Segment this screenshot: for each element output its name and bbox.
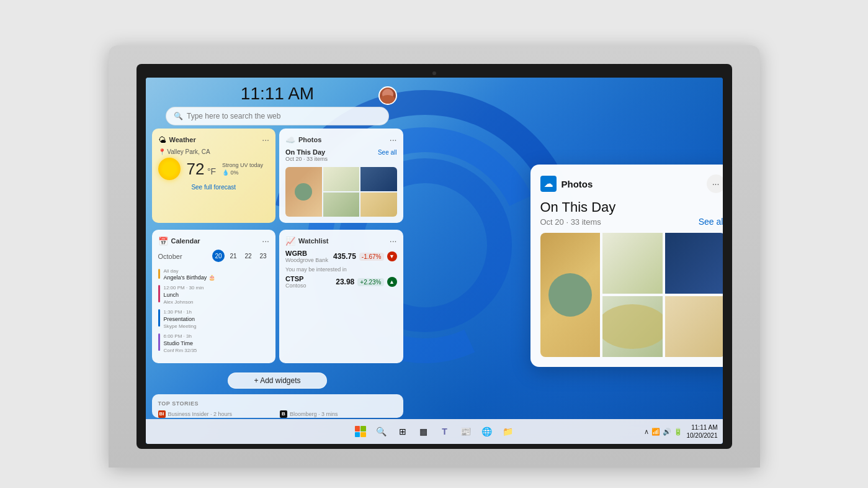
calendar-event-birthday: All day Angela's Birthday 🎂: [158, 268, 270, 282]
calendar-day-23: 23: [257, 250, 269, 262]
calendar-month: October: [158, 253, 182, 260]
see-full-forecast-link[interactable]: See full forecast: [158, 184, 270, 191]
news-source-1: Business Insider · 2 hours: [168, 411, 233, 417]
weather-location: 📍 Valley Park, CA: [158, 148, 270, 155]
news-source-logo-2: B: [280, 410, 287, 418]
floating-see-all-link[interactable]: See all: [699, 217, 723, 227]
calendar-event-presentation: 1:30 PM · 1h Presentation Skype Meeting: [158, 309, 270, 330]
weather-condition: Strong UV today: [222, 162, 263, 168]
search-placeholder: Type here to search the web: [187, 112, 280, 120]
calendar-day-22: 22: [242, 250, 254, 262]
widgets-row-1: 🌤 Weather ··· 📍 Valley Park, CA: [152, 129, 403, 223]
stock-price-ctsp: 23.98: [336, 278, 354, 286]
you-may-like-label: You may be interested in: [285, 266, 397, 273]
floating-more-button[interactable]: ···: [707, 174, 723, 193]
calendar-day-21: 21: [227, 250, 239, 262]
volume-icon[interactable]: 🔊: [663, 428, 671, 436]
photos-see-all-link[interactable]: See all: [378, 149, 397, 156]
teams-button[interactable]: T: [436, 423, 454, 440]
floating-photos-card: ☁ Photos ··· On This Day Oct 20 · 33 ite…: [530, 165, 723, 367]
floating-photo-5: [665, 296, 723, 357]
webcam-icon: [432, 71, 436, 75]
photo-cell-4: [323, 192, 360, 217]
taskbar-time-display: 11:11 AM: [686, 423, 717, 432]
search-taskbar-button[interactable]: 🔍: [373, 423, 390, 440]
wifi-icon[interactable]: 📶: [651, 428, 660, 436]
news-grid: BI Business Insider · 2 hours The US Pos…: [158, 410, 397, 418]
edge-button[interactable]: 🌐: [478, 423, 496, 440]
widgets-taskbar-button[interactable]: ▦: [415, 423, 432, 440]
floating-on-this-day-title: On This Day: [540, 199, 723, 215]
taskbar-center-icons: 🔍 ⊞ ▦ T 📰 🌐 📁: [352, 423, 517, 440]
stock-name-ctsp: Contoso: [285, 282, 306, 289]
stock-ticker-wgrb: WGRB: [285, 250, 328, 257]
floating-photos-subtitle: Oct 20 · 33 items: [540, 217, 601, 227]
weather-widget: 🌤 Weather ··· 📍 Valley Park, CA: [152, 129, 276, 223]
watchlist-widget: 📈 Watchlist ··· WGRB Woodgrove Bank: [279, 230, 403, 363]
search-icon: 🔍: [174, 112, 183, 120]
calendar-icon: 📅: [158, 237, 168, 246]
stock-name-wgrb: Woodgrove Bank: [285, 257, 328, 263]
watchlist-more-button[interactable]: ···: [390, 236, 397, 246]
taskbar: 🔍 ⊞ ▦ T 📰 🌐 📁 ∧ 📶 🔊 🔋: [146, 419, 723, 444]
laptop-body: 11:11 AM 🔍 Type here to search the web: [109, 45, 760, 468]
calendar-days: 20 21 22 23: [212, 250, 269, 262]
news-section-label: TOP STORIES: [158, 400, 397, 407]
news-source-logo-1: BI: [158, 410, 166, 418]
photo-cell-2: [323, 167, 360, 191]
explorer-button[interactable]: 📁: [499, 423, 517, 440]
calendar-day-20: 20: [212, 250, 225, 262]
photo-cell-5: [360, 192, 397, 217]
photo-circle-decoration: [548, 273, 592, 317]
calendar-widget: 📅 Calendar ··· October 20 21 22: [152, 230, 276, 363]
news-button[interactable]: 📰: [457, 423, 475, 440]
stock-price-wgrb: 435.75: [333, 252, 356, 261]
task-view-button[interactable]: ⊞: [394, 423, 411, 440]
on-this-day-title: On This Day: [285, 148, 328, 156]
photos-widget-icon: ☁️: [285, 135, 295, 145]
photos-widget-title: Photos: [298, 136, 321, 143]
news-item-1[interactable]: BI Business Insider · 2 hours The US Pos…: [158, 410, 275, 418]
calendar-more-button[interactable]: ···: [262, 236, 269, 246]
stock-ticker-ctsp: CTSP: [285, 275, 306, 282]
watchlist-icon: 📈: [285, 237, 295, 246]
weather-percent: 💧 0%: [222, 169, 263, 176]
widgets-panel: 11:11 AM 🔍 Type here to search the web: [152, 84, 403, 418]
avatar[interactable]: [378, 86, 397, 105]
floating-photo-1: [540, 233, 601, 357]
photos-widget: ☁️ Photos ··· On This Day Oct 20 · 33 it…: [279, 129, 403, 223]
news-item-2[interactable]: B Bloomberg · 3 mins A Quant's Take on I…: [280, 410, 397, 418]
add-widgets-button[interactable]: + Add widgets: [228, 373, 327, 389]
weather-more-button[interactable]: ···: [262, 135, 269, 145]
windows-start-button[interactable]: [352, 423, 369, 440]
weather-unit: °F: [207, 166, 216, 176]
stock-change-ctsp: +2.23%: [357, 278, 383, 286]
widget-header: 🌤 Weather ···: [158, 135, 270, 145]
news-source-2: Bloomberg · 3 mins: [290, 411, 338, 417]
search-bar[interactable]: 🔍 Type here to search the web: [166, 107, 389, 125]
floating-photo-4: [602, 296, 663, 357]
photos-cloud-icon: ☁: [540, 176, 557, 192]
laptop-shell: 11:11 AM 🔍 Type here to search the web: [109, 20, 760, 468]
photos-grid: [285, 167, 397, 217]
photos-more-button[interactable]: ···: [390, 135, 397, 145]
desktop-screen: 11:11 AM 🔍 Type here to search the web: [146, 78, 723, 444]
taskbar-clock[interactable]: 11:11 AM 10/20/2021: [686, 423, 717, 440]
chevron-up-icon[interactable]: ∧: [644, 428, 649, 436]
taskbar-right: ∧ 📶 🔊 🔋 11:11 AM 10/20/2021: [644, 423, 717, 440]
stock-change-wgrb: -1.67%: [359, 253, 384, 261]
weather-icon: 🌤: [158, 135, 166, 145]
sun-icon: [158, 158, 181, 180]
stock-down-icon: ▼: [387, 251, 397, 261]
battery-icon[interactable]: 🔋: [674, 428, 682, 436]
calendar-event-studio: 6:00 PM · 3h Studio Time Conf Rm 32/35: [158, 333, 270, 355]
weather-title: Weather: [169, 136, 196, 143]
calendar-title: Calendar: [171, 237, 200, 245]
screen-bezel: 11:11 AM 🔍 Type here to search the web: [136, 64, 732, 449]
widgets-row-2: 📅 Calendar ··· October 20 21 22: [152, 230, 403, 363]
clock-display: 11:11 AM: [241, 84, 314, 104]
floating-photo-3: [665, 233, 723, 294]
photos-subtitle: Oct 20 · 33 items: [285, 156, 328, 162]
top-bar: 11:11 AM 🔍 Type here to search the web: [152, 84, 403, 125]
calendar-event-lunch: 12:00 PM · 30 min Lunch Alex Johnson: [158, 284, 270, 306]
